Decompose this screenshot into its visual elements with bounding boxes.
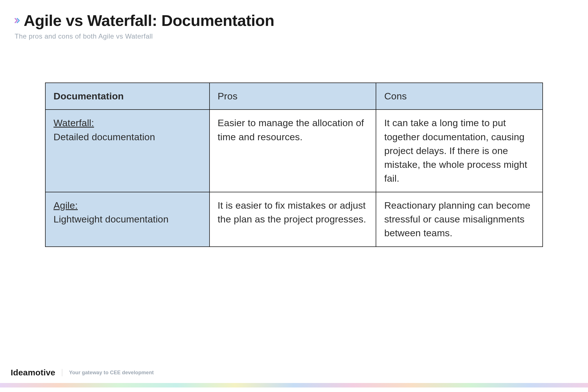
cell-agile-cons: Reactionary planning can become stressfu… — [376, 192, 543, 247]
row-label-agile: Agile: Lightweight documentation — [45, 192, 210, 247]
title-row: Agile vs Waterfall: Documentation — [14, 11, 574, 30]
row-label-desc: Detailed documentation — [54, 132, 155, 142]
row-label-title: Agile: — [54, 200, 78, 211]
row-label-title: Waterfall: — [54, 117, 94, 128]
page-header: Agile vs Waterfall: Documentation The pr… — [0, 0, 588, 40]
chevron-right-icon — [14, 17, 20, 24]
rainbow-strip — [0, 383, 588, 387]
page-subtitle: The pros and cons of both Agile vs Water… — [15, 32, 574, 40]
brand-tagline: Your gateway to CEE development — [69, 370, 154, 376]
row-label-desc: Lightweight documentation — [54, 214, 169, 224]
table-row: Agile: Lightweight documentation It is e… — [45, 192, 543, 247]
vertical-divider — [62, 369, 62, 376]
col-header-documentation: Documentation — [45, 83, 210, 110]
table-row: Waterfall: Detailed documentation Easier… — [45, 110, 543, 192]
brand-logo: Ideamotive — [11, 368, 55, 377]
page-footer: Ideamotive Your gateway to CEE developme… — [0, 368, 588, 387]
col-header-pros: Pros — [210, 83, 376, 110]
col-header-cons: Cons — [376, 83, 543, 110]
cell-agile-pros: It is easier to fix mistakes or adjust t… — [210, 192, 376, 247]
footer-bar: Ideamotive Your gateway to CEE developme… — [0, 368, 588, 383]
table-header-row: Documentation Pros Cons — [45, 83, 543, 110]
cell-waterfall-pros: Easier to manage the allocation of time … — [210, 110, 376, 192]
comparison-table-wrapper: Documentation Pros Cons Waterfall: Detai… — [0, 40, 588, 247]
comparison-table: Documentation Pros Cons Waterfall: Detai… — [45, 83, 543, 247]
page-title: Agile vs Waterfall: Documentation — [24, 11, 274, 30]
row-label-waterfall: Waterfall: Detailed documentation — [45, 110, 210, 192]
cell-waterfall-cons: It can take a long time to put together … — [376, 110, 543, 192]
